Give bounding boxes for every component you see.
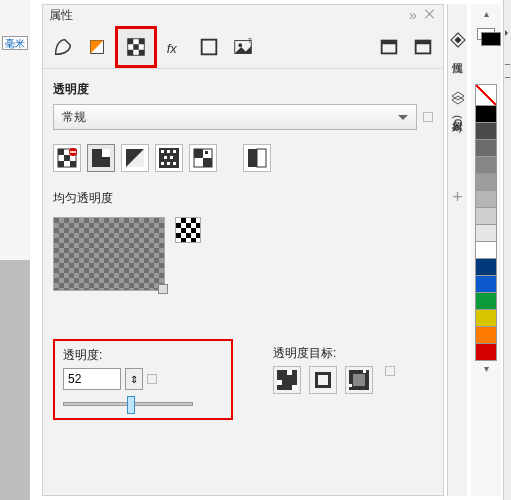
svg-rect-46 xyxy=(292,385,297,390)
window-button-a[interactable] xyxy=(373,31,405,63)
layers-icon[interactable] xyxy=(450,90,466,106)
svg-text:?: ? xyxy=(248,36,252,45)
slider-thumb-icon[interactable] xyxy=(127,396,135,414)
frame-button[interactable] xyxy=(193,31,225,63)
svg-rect-53 xyxy=(349,384,352,387)
target-label: 透明度目标: xyxy=(273,345,395,362)
color-swatch[interactable] xyxy=(475,292,497,310)
transparency-checkbox[interactable] xyxy=(147,374,157,384)
svg-rect-25 xyxy=(102,149,110,157)
color-swatch[interactable] xyxy=(475,258,497,276)
transparency-preview[interactable] xyxy=(53,217,165,291)
palette-up-icon[interactable]: ▴ xyxy=(484,8,489,22)
type-pattern-button[interactable] xyxy=(155,144,183,172)
svg-rect-6 xyxy=(139,49,145,55)
svg-rect-44 xyxy=(287,370,292,375)
transparency-picker-button[interactable] xyxy=(175,217,201,243)
color-swatch[interactable] xyxy=(475,122,497,140)
type-twocolor-button[interactable] xyxy=(189,144,217,172)
type-none-button[interactable] xyxy=(53,144,81,172)
svg-rect-28 xyxy=(161,150,164,153)
transparency-type-row xyxy=(53,144,433,172)
panel-title: 属性 xyxy=(49,7,73,24)
target-checkbox[interactable] xyxy=(385,366,395,376)
svg-rect-15 xyxy=(416,40,431,44)
svg-rect-45 xyxy=(277,380,282,385)
scrollbar-area xyxy=(0,260,30,500)
color-swatch[interactable] xyxy=(475,326,497,344)
svg-rect-20 xyxy=(58,161,64,167)
target-outline-button[interactable] xyxy=(309,366,337,394)
svg-rect-39 xyxy=(205,151,208,154)
color-swatch[interactable] xyxy=(475,224,497,242)
transparency-spinner[interactable]: ⇕ xyxy=(125,368,143,390)
tool-hint-icon xyxy=(505,64,510,78)
expand-arrow-icon[interactable] xyxy=(505,30,511,36)
svg-rect-51 xyxy=(353,374,365,386)
target-all-button[interactable] xyxy=(345,366,373,394)
blend-mode-checkbox[interactable] xyxy=(423,112,433,122)
svg-rect-34 xyxy=(167,162,170,165)
svg-rect-23 xyxy=(70,151,76,153)
svg-rect-31 xyxy=(164,156,167,159)
outline-tool-button[interactable] xyxy=(47,31,79,63)
fill-stroke-indicator[interactable] xyxy=(477,28,495,40)
properties-panel: 属性 » fx ? xyxy=(42,4,444,496)
color-swatch[interactable] xyxy=(475,139,497,157)
color-swatch[interactable] xyxy=(475,241,497,259)
dock-tab-objects[interactable]: 对象 (O) xyxy=(450,112,465,131)
svg-rect-21 xyxy=(70,161,76,167)
image-button[interactable]: ? xyxy=(227,31,259,63)
svg-rect-37 xyxy=(194,149,203,158)
svg-rect-35 xyxy=(173,162,176,165)
collapse-icon[interactable]: » xyxy=(409,11,417,19)
far-right-strip xyxy=(503,0,511,500)
color-palette: ▴ ▾ xyxy=(471,4,501,496)
target-fill-button[interactable] xyxy=(273,366,301,394)
right-dock: 属性 对象 (O) + xyxy=(447,4,467,496)
ruler-unit-box: 毫米 xyxy=(2,36,28,50)
diamond-icon[interactable] xyxy=(450,32,466,48)
transparency-target-group: 透明度目标: xyxy=(273,345,395,394)
blend-mode-value: 常规 xyxy=(62,109,86,126)
color-swatch[interactable] xyxy=(475,173,497,191)
svg-rect-8 xyxy=(202,39,217,54)
svg-rect-41 xyxy=(257,149,266,167)
svg-rect-33 xyxy=(161,162,164,165)
transparency-input[interactable] xyxy=(63,368,121,390)
svg-rect-32 xyxy=(170,156,173,159)
add-dock-icon[interactable]: + xyxy=(452,187,463,208)
svg-text:fx: fx xyxy=(167,40,178,55)
svg-rect-5 xyxy=(128,49,134,55)
property-toolbar: fx ? xyxy=(43,25,443,69)
type-linear-button[interactable] xyxy=(121,144,149,172)
svg-rect-29 xyxy=(167,150,170,153)
color-swatch[interactable] xyxy=(475,343,497,361)
svg-rect-3 xyxy=(139,38,145,44)
svg-rect-2 xyxy=(128,38,134,44)
fill-tool-button[interactable] xyxy=(81,31,113,63)
palette-down-icon[interactable]: ▾ xyxy=(484,363,489,377)
blend-mode-dropdown[interactable]: 常规 xyxy=(53,104,417,130)
svg-rect-13 xyxy=(382,40,397,44)
color-swatch[interactable] xyxy=(475,275,497,293)
color-swatch[interactable] xyxy=(475,190,497,208)
color-swatch[interactable] xyxy=(475,207,497,225)
svg-rect-17 xyxy=(58,149,64,155)
swatch-none[interactable] xyxy=(475,84,497,106)
color-swatch[interactable] xyxy=(475,309,497,327)
color-swatch[interactable] xyxy=(475,156,497,174)
type-uniform-button[interactable] xyxy=(87,144,115,172)
window-button-b[interactable] xyxy=(407,31,439,63)
effects-fx-button[interactable]: fx xyxy=(159,31,191,63)
section-label-transparency: 透明度 xyxy=(53,81,433,98)
transparency-slider[interactable] xyxy=(63,402,193,406)
color-swatch[interactable] xyxy=(475,105,497,123)
transparency-tool-button[interactable] xyxy=(115,26,157,68)
svg-rect-38 xyxy=(203,158,212,167)
svg-rect-52 xyxy=(363,370,366,373)
type-bitmap-button[interactable] xyxy=(243,144,271,172)
close-icon[interactable] xyxy=(423,8,437,22)
svg-point-10 xyxy=(238,43,242,47)
svg-rect-30 xyxy=(173,150,176,153)
